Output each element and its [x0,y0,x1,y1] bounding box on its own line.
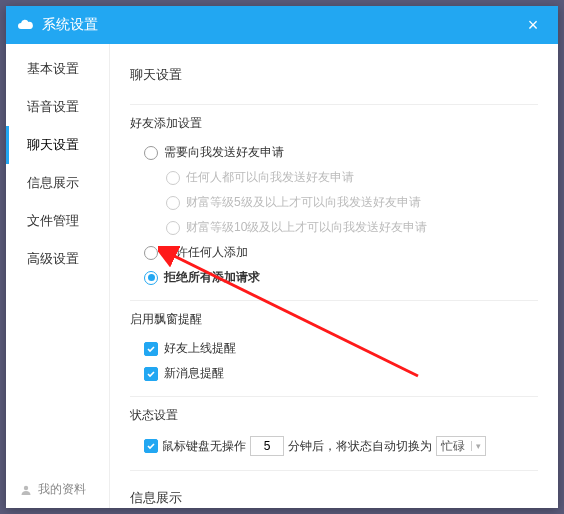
chevron-down-icon: ▾ [471,441,481,451]
radio-label: 允许任何人添加 [164,244,248,261]
sidebar: 基本设置 语音设置 聊天设置 信息展示 文件管理 高级设置 我的资料 [6,44,110,508]
svg-point-0 [24,485,28,489]
radio-label: 拒绝所有添加请求 [164,269,260,286]
my-profile-label: 我的资料 [38,481,86,498]
friend-radio-deny[interactable]: 拒绝所有添加请求 [130,265,538,290]
check-label: 好友上线提醒 [164,340,236,357]
section-chat-title: 聊天设置 [130,58,538,94]
radio-icon [166,171,180,185]
radio-icon [144,146,158,160]
friend-sub-anyone: 任何人都可以向我发送好友申请 [130,165,538,190]
radio-label: 需要向我发送好友申请 [164,144,284,161]
idle-status-dropdown[interactable]: 忙碌 ▾ [436,436,486,456]
radio-icon [166,221,180,235]
sidebar-item-basic[interactable]: 基本设置 [6,50,109,88]
check-new-msg[interactable]: 新消息提醒 [130,361,538,386]
idle-pre: 鼠标键盘无操作 [162,438,246,455]
radio-icon [144,246,158,260]
sidebar-item-advanced[interactable]: 高级设置 [6,240,109,278]
status-label: 状态设置 [130,407,538,424]
sidebar-item-info[interactable]: 信息展示 [6,164,109,202]
friend-radio-require[interactable]: 需要向我发送好友申请 [130,140,538,165]
friend-sub-wealth10: 财富等级10级及以上才可以向我发送好友申请 [130,215,538,240]
checkbox-icon [144,367,158,381]
check-label: 新消息提醒 [164,365,224,382]
check-friend-online[interactable]: 好友上线提醒 [130,336,538,361]
sidebar-item-voice[interactable]: 语音设置 [6,88,109,126]
sidebar-item-file[interactable]: 文件管理 [6,202,109,240]
radio-icon [166,196,180,210]
sidebar-item-chat[interactable]: 聊天设置 [6,126,109,164]
friend-add-label: 好友添加设置 [130,115,538,132]
radio-label: 任何人都可以向我发送好友申请 [186,169,354,186]
checkbox-icon [144,342,158,356]
window-title: 系统设置 [42,16,98,34]
radio-label: 财富等级10级及以上才可以向我发送好友申请 [186,219,427,236]
titlebar: 系统设置 × [6,6,558,44]
friend-sub-wealth5: 财富等级5级及以上才可以向我发送好友申请 [130,190,538,215]
dropdown-value: 忙碌 [441,438,465,455]
idle-row: 鼠标键盘无操作 分钟后，将状态自动切换为 忙碌 ▾ [130,432,538,460]
idle-minutes-input[interactable] [250,436,284,456]
close-icon[interactable]: × [518,15,548,36]
section-info-title: 信息展示 [130,481,538,508]
app-icon [16,16,34,34]
radio-icon [144,271,158,285]
my-profile-link[interactable]: 我的资料 [6,471,109,508]
content: 聊天设置 好友添加设置 需要向我发送好友申请 任何人都可以向我发送好友申请 财富… [110,44,558,508]
checkbox-icon[interactable] [144,439,158,453]
person-icon [20,484,32,496]
radio-label: 财富等级5级及以上才可以向我发送好友申请 [186,194,421,211]
popup-label: 启用飘窗提醒 [130,311,538,328]
friend-radio-allow[interactable]: 允许任何人添加 [130,240,538,265]
settings-window: 系统设置 × 基本设置 语音设置 聊天设置 信息展示 文件管理 高级设置 我的资… [6,6,558,508]
idle-mid: 分钟后，将状态自动切换为 [288,438,432,455]
